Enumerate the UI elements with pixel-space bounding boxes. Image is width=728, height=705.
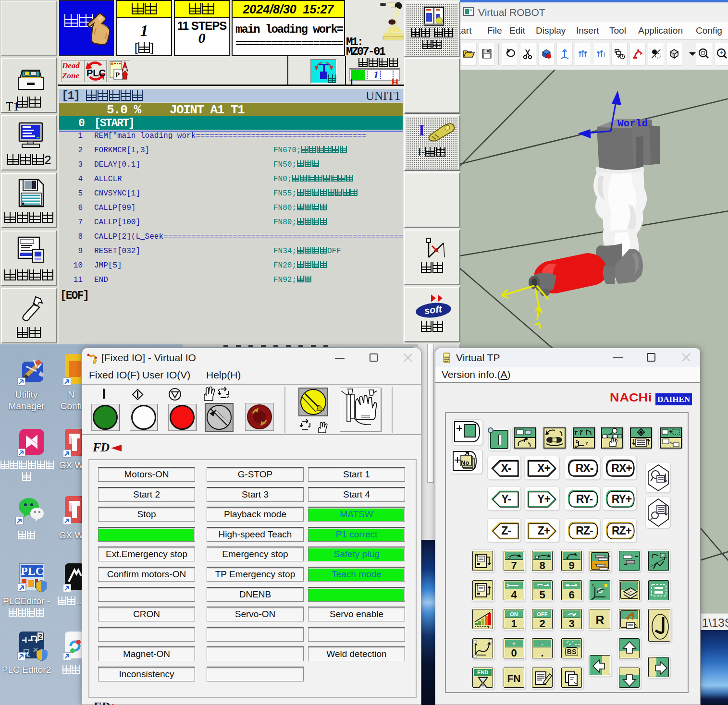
svg-text:2: 2 [38, 632, 42, 640]
svg-text:z: z [592, 583, 594, 587]
svg-text:Y+: Y+ [537, 493, 550, 505]
svg-text:X-: X- [501, 462, 511, 474]
svg-text:RY+: RY+ [612, 493, 632, 505]
svg-text:RZ-: RZ- [576, 524, 593, 537]
svg-text:Y-: Y- [501, 493, 511, 505]
svg-text:RX+: RX+ [611, 462, 632, 474]
svg-text:World: World [617, 118, 648, 129]
svg-text:Z-: Z- [501, 524, 511, 537]
svg-text:PLC: PLC [86, 68, 106, 78]
svg-text:X+: X+ [537, 462, 550, 474]
svg-text:P: P [115, 71, 120, 79]
svg-text:RZ+: RZ+ [612, 524, 632, 537]
svg-text:z: z [576, 439, 578, 444]
svg-text:RX-: RX- [576, 462, 593, 474]
svg-text:No: No [461, 459, 469, 466]
svg-text:Z+: Z+ [538, 524, 550, 537]
svg-text:x: x [574, 444, 577, 449]
svg-text:RY-: RY- [576, 493, 593, 505]
svg-text:Y: Y [585, 441, 588, 446]
